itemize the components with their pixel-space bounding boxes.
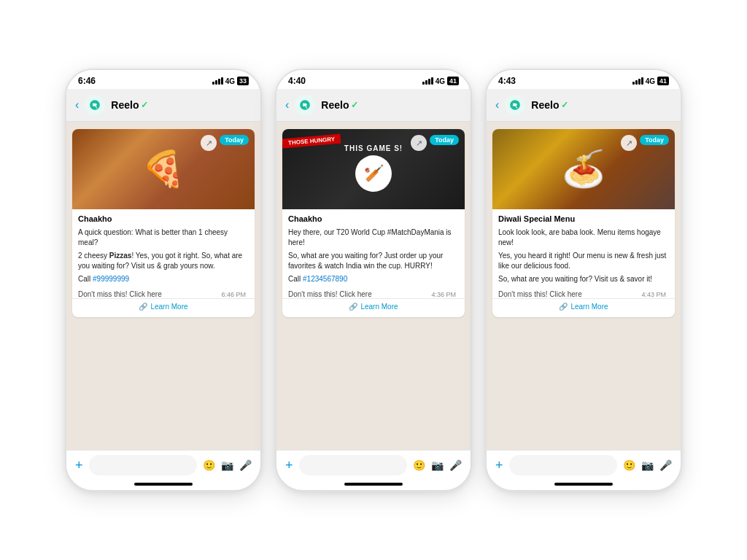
plus-icon-2[interactable]: + — [285, 458, 293, 473]
bottom-icons-1: 🙂 📷 🎤 — [203, 459, 252, 471]
verified-badge-1: ✓ — [141, 100, 148, 110]
status-icons-3: 4G 41 — [632, 77, 669, 85]
reelo-avatar-3 — [505, 95, 525, 115]
battery-3: 41 — [657, 77, 669, 85]
mic-icon-2[interactable]: 🎤 — [449, 459, 462, 471]
reelo-avatar-2 — [295, 95, 315, 115]
phone-link-1[interactable]: #99999999 — [93, 275, 129, 283]
back-button-2[interactable]: ‹ — [285, 98, 289, 112]
msg-content-2: Chaakho Hey there, our T20 World Cup #Ma… — [282, 209, 465, 289]
link-icon-3: 🔗 — [559, 303, 568, 311]
today-badge-2: Today — [430, 135, 459, 145]
bottom-bar-1: + 🙂 📷 🎤 — [66, 450, 260, 480]
chat-header-1: ‹ Reelo ✓ — [66, 89, 260, 122]
signal-icon-3 — [632, 77, 643, 85]
battery-2: 41 — [447, 77, 459, 85]
status-icons-2: 4G 41 — [422, 77, 459, 85]
link-icon-2: 🔗 — [349, 303, 357, 311]
mic-icon-1[interactable]: 🎤 — [239, 459, 252, 471]
share-icon-1[interactable]: ↗ — [201, 135, 217, 151]
msg-body-2: Hey there, our T20 World Cup #MatchDayMa… — [288, 228, 459, 284]
time-1: 6:46 — [78, 76, 96, 86]
mic-icon-3[interactable]: 🎤 — [659, 459, 672, 471]
home-indicator-3 — [554, 483, 613, 486]
back-button-1[interactable]: ‹ — [75, 98, 79, 112]
phone-link-2[interactable]: #1234567890 — [303, 275, 347, 283]
msg-time-1: 6:46 PM — [221, 291, 249, 298]
status-bar-3: 4:43 4G 41 — [487, 70, 681, 89]
message-bubble-3: Today ↗ Diwali Special Menu Look look lo… — [492, 129, 675, 317]
status-bar-1: 6:46 4G 33 — [66, 70, 260, 89]
msg-cta-row-1: Don't miss this! Click here 6:46 PM — [72, 289, 255, 298]
message-bubble-1: Today ↗ Chaakho A quick question: What i… — [72, 129, 255, 317]
status-icons-1: 4G 33 — [212, 77, 249, 85]
today-badge-1: Today — [220, 135, 249, 145]
message-input-3[interactable] — [509, 455, 617, 475]
sticker-icon-2[interactable]: 🙂 — [413, 459, 425, 471]
bottom-bar-3: + 🙂 📷 🎤 — [487, 450, 681, 480]
msg-body-3: Look look look, are baba look. Menu item… — [498, 228, 669, 284]
phone-3: 4:43 4G 41 ‹ — [485, 69, 682, 491]
msg-cta-row-3: Don't miss this! Click here 4:43 PM — [492, 289, 675, 298]
contact-name-1: Reelo ✓ — [111, 99, 148, 111]
bottom-icons-2: 🙂 📷 🎤 — [413, 459, 462, 471]
camera-icon-3[interactable]: 📷 — [641, 459, 654, 471]
msg-body-1: A quick question: What is better than 1 … — [78, 228, 249, 284]
message-bubble-2: THOSE HUNGRY THIS GAME S! 🏏 Today ↗ Chaa… — [282, 129, 465, 317]
learn-more-3[interactable]: 🔗 Learn More — [492, 298, 675, 314]
time-3: 4:43 — [498, 76, 516, 86]
plus-icon-1[interactable]: + — [75, 458, 83, 473]
status-bar-2: 4:40 4G 41 — [276, 70, 471, 89]
verified-badge-2: ✓ — [351, 100, 358, 110]
share-icon-3[interactable]: ↗ — [621, 135, 637, 151]
learn-more-1[interactable]: 🔗 Learn More — [72, 298, 255, 314]
msg-time-2: 4:36 PM — [431, 291, 459, 298]
chat-header-2: ‹ Reelo ✓ — [276, 89, 471, 122]
msg-content-3: Diwali Special Menu Look look look, are … — [492, 209, 675, 289]
chat-body-1: Today ↗ Chaakho A quick question: What i… — [66, 122, 260, 450]
plus-icon-3[interactable]: + — [495, 458, 503, 473]
today-badge-3: Today — [640, 135, 669, 145]
cricket-ball: 🏏 — [355, 155, 392, 192]
reelo-avatar-1 — [85, 95, 105, 115]
home-indicator-1 — [134, 483, 193, 486]
cta-text-1: Don't miss this! Click here — [78, 290, 162, 298]
chat-header-3: ‹ Reelo ✓ — [487, 89, 681, 122]
cta-text-3: Don't miss this! Click here — [498, 290, 582, 298]
camera-icon-1[interactable]: 📷 — [221, 459, 233, 471]
network-3: 4G — [646, 77, 655, 85]
msg-content-1: Chaakho A quick question: What is better… — [72, 209, 255, 289]
msg-title-1: Chaakho — [78, 214, 249, 225]
home-indicator-2 — [344, 483, 403, 486]
sticker-icon-1[interactable]: 🙂 — [203, 459, 215, 471]
sticker-icon-3[interactable]: 🙂 — [623, 459, 635, 471]
share-icon-2[interactable]: ↗ — [411, 135, 427, 151]
network-1: 4G — [225, 77, 235, 85]
phone-1: 6:46 4G 33 ‹ — [65, 69, 262, 491]
network-2: 4G — [436, 77, 445, 85]
contact-name-2: Reelo ✓ — [321, 99, 358, 111]
msg-title-2: Chaakho — [288, 214, 459, 225]
cta-text-2: Don't miss this! Click here — [288, 290, 372, 298]
message-input-2[interactable] — [299, 455, 407, 475]
verified-badge-3: ✓ — [561, 100, 568, 110]
msg-title-3: Diwali Special Menu — [498, 214, 669, 225]
signal-icon-2 — [422, 77, 433, 85]
cricket-banner-top: THOSE HUNGRY — [282, 134, 341, 149]
learn-more-2[interactable]: 🔗 Learn More — [282, 298, 465, 314]
chat-body-3: Today ↗ Diwali Special Menu Look look lo… — [487, 122, 681, 450]
camera-icon-2[interactable]: 📷 — [431, 459, 444, 471]
msg-time-3: 4:43 PM — [641, 291, 669, 298]
phone-2: 4:40 4G 41 ‹ — [275, 69, 472, 491]
cricket-overlay: THIS GAME S! 🏏 — [344, 144, 403, 195]
signal-icon-1 — [212, 77, 223, 85]
bottom-bar-2: + 🙂 📷 🎤 — [276, 450, 471, 480]
contact-name-3: Reelo ✓ — [531, 99, 568, 111]
battery-1: 33 — [237, 77, 249, 85]
msg-cta-row-2: Don't miss this! Click here 4:36 PM — [282, 289, 465, 298]
phones-container: 6:46 4G 33 ‹ — [65, 69, 682, 491]
back-button-3[interactable]: ‹ — [495, 98, 499, 112]
chat-body-2: THOSE HUNGRY THIS GAME S! 🏏 Today ↗ Chaa… — [276, 122, 471, 450]
link-icon-1: 🔗 — [139, 303, 147, 311]
message-input-1[interactable] — [89, 455, 197, 475]
